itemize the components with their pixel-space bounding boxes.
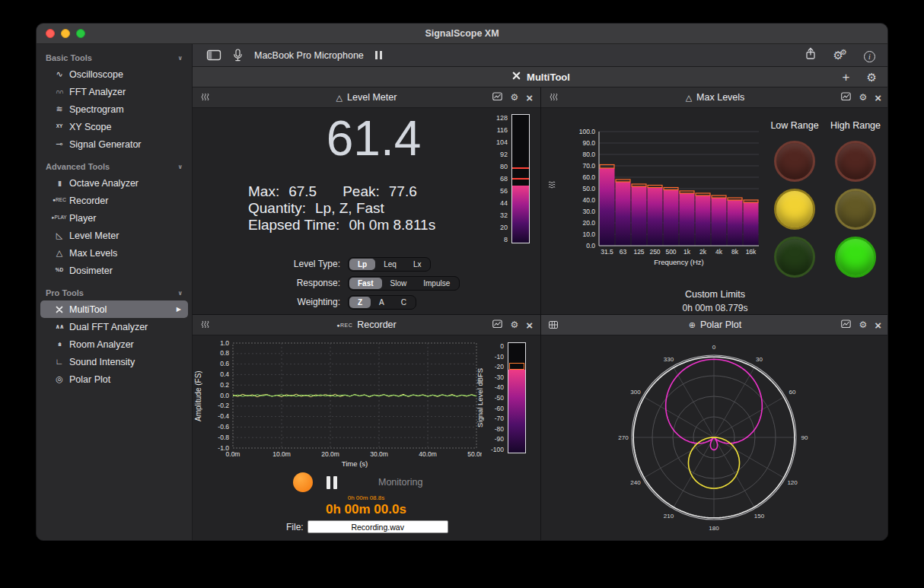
panel-title: Polar Plot	[700, 319, 741, 330]
meter-bar	[511, 114, 530, 243]
sidebar-item-xy-scope[interactable]: XYXY Scope	[40, 118, 188, 135]
segment-slow[interactable]: Slow	[382, 278, 416, 289]
max-levels-header[interactable]: △ Max Levels ⚙ ×	[541, 87, 888, 108]
chart-text: 90.0	[582, 139, 595, 147]
record-button[interactable]	[293, 472, 313, 492]
chart-rect	[696, 193, 710, 195]
sidebar-item-level-meter[interactable]: ◺Level Meter	[40, 227, 188, 244]
sidebar-item-label: Max Levels	[69, 248, 117, 259]
chart-text: 20.0	[582, 219, 595, 227]
segment-fast[interactable]: Fast	[349, 278, 382, 289]
chart-toggle-icon[interactable]	[492, 318, 502, 332]
sidebar-item-signal-generator[interactable]: ⊸Signal Generator	[40, 135, 188, 153]
sidebar-item-label: Dual FFT Analyzer	[69, 322, 148, 332]
sidebar-item-label: Recorder	[69, 195, 108, 206]
chart-text: 63	[620, 248, 627, 256]
sidebar-item-polar-plot[interactable]: ◎Polar Plot	[40, 370, 188, 388]
sidebar-item-spectrogram[interactable]: ≋Spectrogram	[40, 100, 188, 118]
chart-text: 0.2	[220, 381, 229, 389]
close-icon[interactable]: ×	[875, 319, 881, 331]
chart-text: 250	[649, 248, 660, 256]
close-icon[interactable]: ×	[526, 92, 533, 103]
settings-gears-button[interactable]: ⚙⚙	[833, 49, 847, 62]
add-tool-button[interactable]: +	[843, 71, 850, 84]
recorder-header[interactable]: ●REC Recorder ⚙ ×	[193, 315, 540, 335]
chart-line	[642, 437, 714, 478]
sidebar-item-room-analyzer[interactable]: ılıRoom Analyzer	[40, 335, 188, 353]
share-button[interactable]	[805, 47, 817, 63]
sidebar-item-fft-analyzer[interactable]: ∩∩FFT Analyzer	[40, 83, 188, 100]
chart-text: -0.8	[218, 434, 229, 441]
recorder-pause-button[interactable]	[325, 476, 339, 489]
titlebar[interactable]: SignalScope XM	[37, 24, 887, 44]
gear-icon[interactable]: ⚙	[859, 319, 867, 330]
gear-icon[interactable]: ⚙	[510, 92, 518, 103]
gear-icon[interactable]: ⚙	[859, 92, 867, 103]
polar-plot-header[interactable]: ⊕ Polar Plot ⚙ ×	[541, 315, 888, 335]
sidebar-section-advanced-tools[interactable]: Advanced Tools∨	[37, 159, 192, 174]
segment-a[interactable]: A	[371, 297, 393, 308]
custom-limits-label: Custom Limits	[541, 289, 888, 300]
sidebar-item-player[interactable]: ▸PLAYPlayer	[40, 209, 188, 227]
y-axis-handle-icon[interactable]	[546, 180, 560, 189]
input-device-label[interactable]: MacBook Pro Microphone	[254, 50, 364, 61]
polar-plot-body: 0306090120150180210240270300330	[541, 335, 888, 541]
meter-max-outline	[509, 363, 524, 370]
section-label: Advanced Tools	[46, 162, 110, 171]
segment-impulse[interactable]: Impulse	[415, 278, 458, 289]
chart-line	[714, 437, 785, 478]
sidebar-item-sound-intensity[interactable]: ∟Sound Intensity	[40, 353, 188, 370]
level-meter-header[interactable]: △ Level Meter ⚙ ×	[193, 87, 540, 108]
segment-lp[interactable]: Lp	[349, 259, 375, 270]
segment-leq[interactable]: Leq	[375, 259, 405, 270]
chart-toggle-icon[interactable]	[492, 91, 502, 104]
level-meter-icon: ◺	[49, 231, 69, 240]
segmented-control-response: FastSlowImpulse	[348, 276, 460, 291]
sidebar-item-octave-analyzer[interactable]: |||Octave Analyzer	[40, 174, 188, 192]
segment-c[interactable]: C	[393, 297, 415, 308]
multitool-settings-button[interactable]: ⚙	[867, 72, 877, 83]
sidebar: Basic Tools∨∿Oscilloscope∩∩FFT Analyzer≋…	[37, 44, 193, 541]
sidebar-item-dual-fft-analyzer[interactable]: ∧∧Dual FFT Analyzer	[40, 318, 188, 335]
range-column-header: High Range	[830, 120, 881, 134]
sidebar-item-max-levels[interactable]: △Max Levels	[40, 244, 188, 262]
sidebar-toggle-icon[interactable]	[206, 49, 221, 62]
sidebar-section-basic-tools[interactable]: Basic Tools∨	[37, 50, 192, 65]
segment-lx[interactable]: Lx	[405, 259, 430, 270]
chart-text: 60	[789, 389, 796, 396]
player-icon: ▸PLAY	[49, 215, 69, 221]
close-icon[interactable]: ×	[875, 92, 881, 103]
window-title: SignalScope XM	[37, 28, 887, 39]
file-name-input[interactable]	[307, 520, 448, 533]
chart-toggle-icon[interactable]	[841, 318, 851, 332]
range-column-low-range: Low Range	[769, 120, 820, 278]
info-button[interactable]: i	[864, 49, 875, 62]
chart-text: 1.0	[220, 339, 229, 347]
meter-tick-label: -60	[495, 405, 504, 412]
chart-text: 0.8	[220, 349, 229, 357]
close-icon[interactable]: ×	[526, 319, 533, 331]
sidebar-item-multitool[interactable]: MultiTool▶	[40, 300, 188, 318]
polar-chart: 0306090120150180210240270300330	[541, 335, 887, 539]
sidebar-item-recorder[interactable]: ●RECRecorder	[40, 192, 188, 209]
chart-text: 330	[664, 356, 674, 363]
xy-scope-icon: XY	[49, 124, 69, 129]
chart-toggle-icon[interactable]	[841, 91, 851, 104]
pause-button[interactable]	[374, 49, 384, 62]
chart-rect	[696, 195, 711, 246]
chart-text: 8k	[731, 248, 739, 256]
elapsed-value: 0h 0m 8.811s	[349, 217, 435, 233]
chart-rect	[648, 186, 662, 188]
chart-rect	[712, 195, 726, 198]
sidebar-item-dosimeter[interactable]: %DDosimeter	[40, 262, 188, 279]
sidebar-item-oscilloscope[interactable]: ∿Oscilloscope	[40, 65, 188, 83]
multitool-title-wrap: MultiTool	[193, 70, 888, 84]
panel-max-levels: △ Max Levels ⚙ × 100.090.080.070.060.050…	[541, 87, 888, 315]
chevron-down-icon: ∨	[178, 164, 183, 170]
panel-actions: ⚙ ×	[841, 318, 881, 332]
sidebar-item-label: Dosimeter	[69, 265, 113, 276]
segment-z[interactable]: Z	[349, 297, 371, 308]
gear-icon[interactable]: ⚙	[510, 319, 518, 330]
sidebar-section-pro-tools[interactable]: Pro Tools∨	[37, 285, 192, 300]
panel-actions: ⚙ ×	[841, 91, 881, 104]
